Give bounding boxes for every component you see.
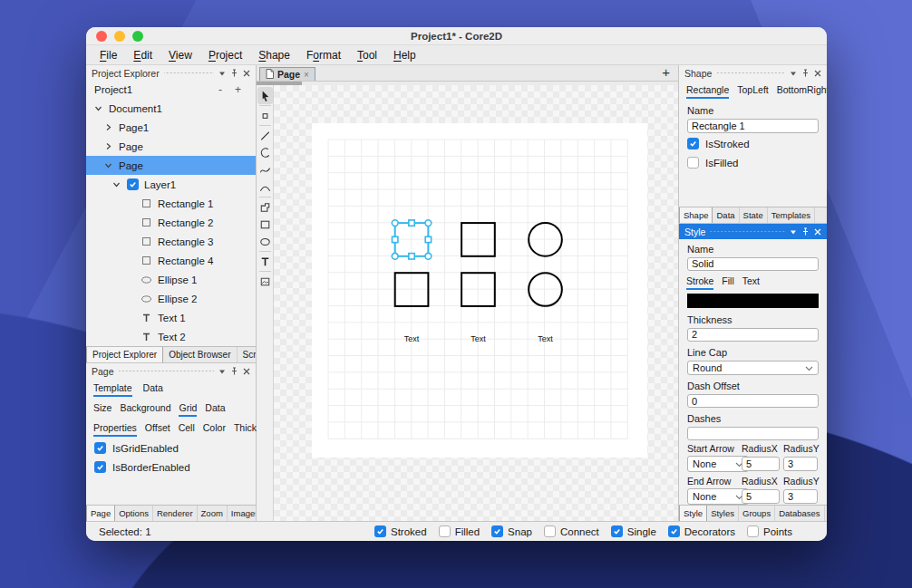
- close-icon[interactable]: [814, 228, 821, 236]
- dash-offset-input[interactable]: [687, 394, 819, 408]
- tab-fill[interactable]: Fill: [722, 275, 733, 290]
- tab-templates[interactable]: Templates: [768, 207, 815, 223]
- chevron-down-icon[interactable]: [93, 104, 103, 112]
- check-item-filled[interactable]: Filled: [439, 525, 480, 537]
- canvas-shape-text-2[interactable]: Text: [471, 334, 486, 343]
- selection-handle[interactable]: [425, 253, 432, 259]
- tab-topleft[interactable]: TopLeft: [737, 84, 768, 99]
- minimize-window-button[interactable]: [114, 31, 125, 42]
- tab-style[interactable]: Style: [679, 506, 707, 521]
- checkbox-icon[interactable]: [747, 525, 759, 537]
- check-item-points[interactable]: Points: [747, 525, 792, 537]
- check-item-connect[interactable]: Connect: [544, 525, 599, 537]
- tab-template[interactable]: Template: [93, 382, 132, 397]
- checkbox-icon[interactable]: [439, 525, 451, 537]
- tree-item-text-1[interactable]: Text 1: [86, 308, 256, 327]
- dashes-input[interactable]: [687, 427, 819, 440]
- chevron-right-icon[interactable]: [103, 123, 113, 131]
- tool-path[interactable]: [257, 198, 273, 216]
- pin-icon[interactable]: [801, 227, 810, 236]
- tree-item-rectangle-2[interactable]: Rectangle 2: [86, 213, 256, 232]
- add-document-button[interactable]: +: [228, 83, 247, 96]
- tab-cell[interactable]: Cell: [179, 422, 195, 437]
- check-item-isfilled[interactable]: IsFilled: [679, 153, 827, 172]
- zoom-window-button[interactable]: [132, 31, 143, 42]
- selection-handle[interactable]: [392, 253, 398, 259]
- tab-grid[interactable]: Grid: [179, 402, 197, 417]
- menu-shape[interactable]: Shape: [250, 47, 298, 63]
- tab-state[interactable]: State: [740, 207, 768, 223]
- tab-project-explorer[interactable]: Project Explorer: [86, 347, 163, 362]
- panel-menu-icon[interactable]: [790, 70, 797, 77]
- check-item-isborderenabled[interactable]: IsBorderEnabled: [86, 458, 256, 477]
- tab-bottomright[interactable]: BottomRight: [777, 84, 827, 99]
- close-icon[interactable]: [814, 70, 821, 77]
- chevron-down-icon[interactable]: [112, 180, 121, 188]
- checkbox-icon[interactable]: [544, 525, 556, 537]
- menu-format[interactable]: Format: [298, 47, 349, 63]
- tab-images[interactable]: Images: [228, 506, 256, 521]
- tool-text[interactable]: [257, 253, 273, 270]
- close-icon[interactable]: [243, 70, 250, 77]
- menu-edit[interactable]: Edit: [125, 47, 160, 63]
- tree-item-ellipse-2[interactable]: Ellipse 2: [86, 289, 256, 308]
- tool-ellipse[interactable]: [257, 233, 273, 250]
- tab-options[interactable]: Options: [115, 506, 153, 521]
- canvas-shape-text-3[interactable]: Text: [538, 334, 553, 343]
- start-arrow-radius-x-input[interactable]: [742, 457, 780, 471]
- tab-size[interactable]: Size: [93, 402, 112, 417]
- tab-groups[interactable]: Groups: [739, 506, 775, 521]
- new-tab-button[interactable]: +: [662, 65, 670, 80]
- tree-item-ellipse-1[interactable]: Ellipse 1: [86, 270, 256, 289]
- style-name-input[interactable]: [687, 257, 819, 271]
- document-tab-page[interactable]: Page ×: [259, 67, 315, 81]
- tool-rectangle[interactable]: [257, 216, 273, 233]
- panel-drag-grip[interactable]: [164, 71, 214, 75]
- tool-point[interactable]: [257, 107, 273, 124]
- checkbox-icon[interactable]: [94, 461, 106, 473]
- tab-rectangle[interactable]: Rectangle: [686, 84, 729, 99]
- checkbox-icon[interactable]: [668, 525, 680, 537]
- start-arrow-select[interactable]: None: [687, 456, 749, 472]
- check-item-stroked[interactable]: Stroked: [374, 525, 427, 537]
- panel-menu-icon[interactable]: [218, 368, 226, 375]
- tool-quadratic-bezier[interactable]: [257, 178, 273, 196]
- canvas-workspace[interactable]: TextTextText: [274, 85, 678, 521]
- page-canvas[interactable]: TextTextText: [312, 123, 647, 458]
- pin-icon[interactable]: [230, 69, 238, 78]
- check-item-isstroked[interactable]: IsStroked: [679, 134, 827, 153]
- selection-handle[interactable]: [425, 220, 432, 227]
- end-arrow-radius-y-input[interactable]: [783, 489, 818, 504]
- tool-line[interactable]: [257, 127, 273, 144]
- tree-item-rectangle-4[interactable]: Rectangle 4: [86, 251, 256, 270]
- tab-object-browser[interactable]: Object Browser: [163, 347, 237, 362]
- panel-drag-grip[interactable]: [716, 71, 785, 75]
- check-item-decorators[interactable]: Decorators: [668, 525, 735, 537]
- close-window-button[interactable]: [96, 31, 107, 42]
- close-icon[interactable]: [243, 368, 250, 375]
- tool-arc[interactable]: [257, 144, 273, 161]
- checkbox-icon[interactable]: [611, 525, 623, 537]
- pin-icon[interactable]: [230, 367, 238, 376]
- tab-styles[interactable]: Styles: [707, 506, 739, 521]
- remove-document-button[interactable]: -: [212, 83, 228, 96]
- panel-menu-icon[interactable]: [790, 228, 797, 236]
- close-tab-icon[interactable]: ×: [304, 70, 309, 80]
- menu-view[interactable]: View: [160, 47, 200, 63]
- thickness-input[interactable]: [687, 328, 819, 342]
- tab-shape[interactable]: Shape: [679, 207, 713, 223]
- tab-scripts[interactable]: Scripts: [238, 347, 257, 362]
- checkbox-icon[interactable]: [94, 442, 106, 454]
- check-item-snap[interactable]: Snap: [491, 525, 532, 537]
- check-item-isgridenabled[interactable]: IsGridEnabled: [86, 439, 256, 458]
- checkbox-icon[interactable]: [687, 157, 699, 169]
- selection-handle[interactable]: [409, 220, 414, 226]
- tab-stroke[interactable]: Stroke: [686, 275, 713, 290]
- tab-properties[interactable]: Properties: [93, 422, 137, 437]
- tab-zoom[interactable]: Zoom: [198, 506, 228, 521]
- tool-selection[interactable]: [257, 87, 273, 104]
- menu-help[interactable]: Help: [385, 47, 424, 63]
- layer-visibility-checkbox[interactable]: [127, 178, 139, 190]
- chevron-down-icon[interactable]: [103, 161, 113, 169]
- tree-item-page[interactable]: Page: [86, 156, 256, 175]
